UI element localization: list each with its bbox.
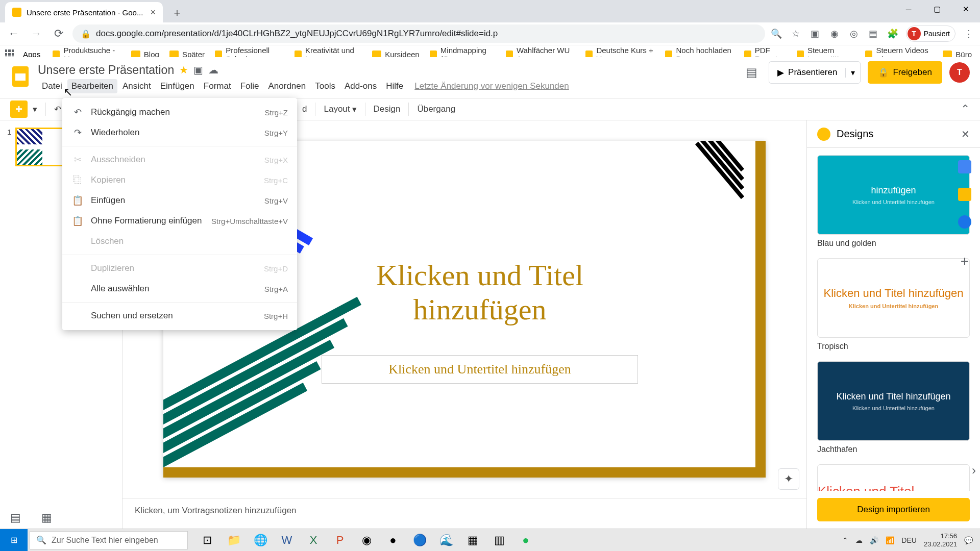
star-icon[interactable]: ★	[179, 64, 188, 76]
taskbar-search[interactable]: 🔍 Zur Suche Text hier eingeben	[30, 531, 188, 549]
design-option-tropisch[interactable]: Klicken und Titel hinzufügenKlicken und …	[817, 258, 970, 351]
addons-plus-button[interactable]: +	[961, 253, 969, 269]
menu-einfügen[interactable]: Einfügen	[156, 79, 199, 93]
design-option-blau-und-golden[interactable]: hinzufügenKlicken und Untertitel hinzufü…	[817, 155, 970, 248]
menu-add-ons[interactable]: Add-ons	[340, 79, 381, 93]
menu-item-duplizieren: DuplizierenStrg+D	[62, 258, 297, 279]
present-button[interactable]: ▶ Präsentieren	[769, 67, 845, 78]
nav-back-button[interactable]: ←	[5, 25, 22, 42]
menu-datei[interactable]: Datei	[38, 79, 66, 93]
cursor-icon: ↖	[63, 86, 72, 99]
word-icon[interactable]: W	[275, 530, 299, 550]
window-maximize-button[interactable]: ▢	[923, 0, 951, 18]
filmstrip-view-icon[interactable]: ▤	[10, 511, 21, 524]
tab-close-icon[interactable]: ×	[143, 7, 156, 18]
menu-item-ausschneiden: ✂AusschneidenStrg+X	[62, 149, 297, 170]
powerpoint-icon[interactable]: P	[328, 530, 352, 550]
explorer-icon[interactable]: 📁	[222, 530, 246, 550]
menu-item-alle-auswählen[interactable]: Alle auswählenStrg+A	[62, 279, 297, 299]
browser-tab[interactable]: Unsere erste Präsentation - Goo... ×	[5, 2, 163, 22]
browser-menu-icon[interactable]: ⋮	[963, 28, 975, 40]
present-dropdown[interactable]: ▾	[845, 68, 860, 78]
windows-taskbar: ⊞ 🔍 Zur Suche Text hier eingeben ⊡ 📁 🌐 W…	[0, 529, 980, 551]
import-design-button[interactable]: Design importieren	[817, 498, 970, 521]
extensions-icon[interactable]: 🧩	[887, 28, 899, 40]
document-title[interactable]: Unsere erste Präsentation	[38, 63, 174, 77]
calendar-addon-icon[interactable]	[958, 160, 971, 173]
address-bar[interactable]: 🔒 docs.google.com/presentation/d/1je40CL…	[72, 24, 765, 43]
taskview-icon[interactable]: ⊡	[195, 530, 219, 550]
nav-forward-button[interactable]: →	[28, 25, 45, 42]
tray-volume-icon[interactable]: 🔊	[870, 536, 878, 544]
menu-folie[interactable]: Folie	[236, 79, 263, 93]
window-minimize-button[interactable]: ─	[894, 0, 923, 18]
new-tab-button[interactable]: +	[168, 4, 186, 22]
chrome-icon[interactable]: 🔵	[407, 530, 432, 550]
explore-button[interactable]: ✦	[778, 468, 799, 490]
share-button[interactable]: 🔒 Freigeben	[868, 61, 942, 84]
nav-reload-button[interactable]: ⟳	[50, 25, 67, 42]
readmode-icon[interactable]: ▣	[809, 28, 821, 40]
background-button[interactable]: d	[298, 101, 311, 117]
comments-button[interactable]: ▤	[741, 62, 762, 83]
slides-logo[interactable]	[8, 64, 33, 89]
profile-paused-pill[interactable]: T Pausiert	[906, 26, 955, 42]
tray-chevron-icon[interactable]: ⌃	[842, 536, 848, 544]
tray-cloud-icon[interactable]: ☁	[855, 536, 863, 544]
last-change-text[interactable]: Letzte Änderung vor wenigen Sekunden	[414, 81, 569, 91]
expand-sidepanel-button[interactable]: ›	[972, 463, 976, 478]
excel-icon[interactable]: X	[301, 530, 326, 550]
design-option-spieltag[interactable]: Klicken und Titel hinzufügenKlicken und …	[817, 464, 970, 491]
collapse-toolbar-button[interactable]: ⌃	[961, 103, 970, 116]
window-close-button[interactable]: ✕	[951, 0, 980, 18]
menu-item-rückgängig-machen[interactable]: ↶Rückgängig machenStrg+Z	[62, 102, 297, 122]
title-placeholder[interactable]: Klicken und Titel hinzufügen	[322, 258, 638, 327]
account-avatar[interactable]: T	[949, 62, 970, 83]
svg-rect-1	[15, 73, 26, 81]
grid-view-icon[interactable]: ▦	[41, 511, 52, 524]
ext2-icon[interactable]: ◎	[848, 28, 860, 40]
transition-button[interactable]: Übergang	[413, 101, 459, 117]
app-icon-1[interactable]: 🌐	[248, 530, 273, 550]
ext1-icon[interactable]: ◉	[828, 28, 841, 40]
menu-item-einfügen[interactable]: 📋EinfügenStrg+V	[62, 190, 297, 211]
zoom-icon[interactable]: 🔍	[770, 28, 782, 40]
app-icon-2[interactable]: ◉	[354, 530, 379, 550]
keep-addon-icon[interactable]	[958, 188, 971, 201]
move-to-folder-icon[interactable]: ▣	[193, 64, 203, 76]
app-icon-3[interactable]: ●	[381, 530, 405, 550]
menu-ansicht[interactable]: Ansicht	[118, 79, 155, 93]
menu-item-kopieren: ⿻KopierenStrg+C	[62, 170, 297, 190]
notifications-icon[interactable]: 💬	[964, 536, 973, 544]
menu-anordnen[interactable]: Anordnen	[264, 79, 310, 93]
tray-clock[interactable]: 17:56 23.02.2021	[924, 532, 957, 548]
bookmark-star-icon[interactable]: ☆	[790, 28, 802, 40]
tray-language[interactable]: DEU	[901, 536, 917, 544]
menu-format[interactable]: Format	[200, 79, 235, 93]
speaker-notes[interactable]: Klicken, um Vortragsnotizen hinzuzufügen	[122, 498, 806, 529]
tray-wifi-icon[interactable]: 📶	[886, 536, 894, 544]
menu-item-suchen-und-ersetzen[interactable]: Suchen und ersetzenStrg+H	[62, 306, 297, 326]
app-icon-5[interactable]: ▥	[487, 530, 511, 550]
new-slide-dropdown[interactable]: ▾	[29, 101, 41, 118]
subtitle-placeholder[interactable]: Klicken und Untertitel hinzufügen	[322, 355, 638, 384]
design-option-jachthafen[interactable]: Klicken und Titel hinzufügenKlicken und …	[817, 361, 970, 454]
menu-bearbeiten[interactable]: Bearbeiten	[67, 79, 117, 93]
ext3-icon[interactable]: ▤	[867, 28, 879, 40]
cloud-status-icon[interactable]: ☁	[208, 64, 218, 76]
tasks-addon-icon[interactable]	[958, 215, 971, 229]
app-icon-4[interactable]: ▦	[460, 530, 485, 550]
menu-item-löschen: Löschen	[62, 231, 297, 252]
designs-icon	[817, 128, 830, 141]
menu-item-ohne-formatierung-einfügen[interactable]: 📋Ohne Formatierung einfügenStrg+Umschalt…	[62, 211, 297, 231]
start-button[interactable]: ⊞	[0, 529, 28, 552]
menu-hilfe[interactable]: Hilfe	[382, 79, 407, 93]
edge-icon[interactable]: 🌊	[434, 530, 458, 550]
menu-tools[interactable]: Tools	[311, 79, 339, 93]
design-button[interactable]: Design	[370, 101, 405, 117]
menu-item-wiederholen[interactable]: ↷WiederholenStrg+Y	[62, 122, 297, 143]
new-slide-button[interactable]: +	[10, 101, 28, 118]
spotify-icon[interactable]: ●	[513, 530, 538, 550]
layout-button[interactable]: Layout ▾	[320, 101, 360, 118]
designs-close-button[interactable]: ✕	[961, 128, 970, 140]
